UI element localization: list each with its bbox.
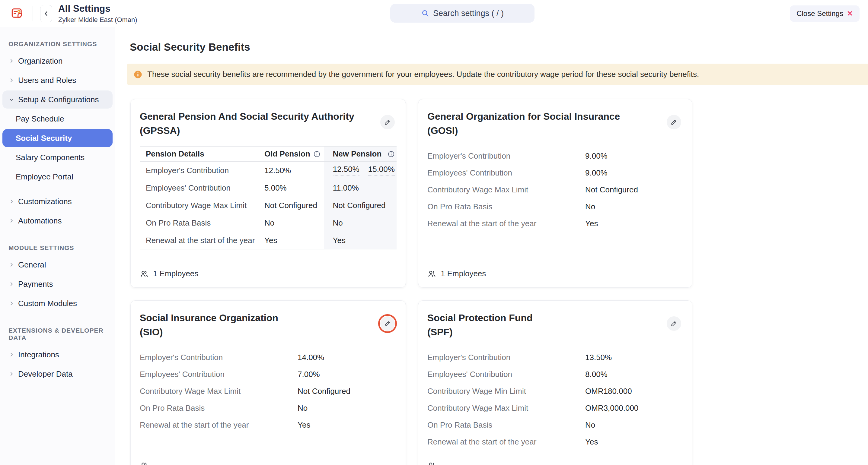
detail-row: Renewal at the start of the yearYes (140, 417, 397, 433)
card-spf-title: Social Protection Fund (SPF) (427, 311, 657, 339)
sio-employees-count[interactable] (140, 458, 397, 465)
employer-old-rate-value[interactable]: 12.50% (333, 165, 360, 176)
pencil-icon (383, 118, 392, 126)
organization-name: Zylker Middle East (Oman) (58, 16, 137, 24)
sidebar-section-module-settings: MODULE SETTINGS (8, 244, 115, 252)
sidebar-item-organization[interactable]: Organization (2, 52, 113, 70)
page-title: Social Security Benefits (130, 41, 250, 53)
table-row: Employer's Contribution 12.50% 12.50% 15… (140, 162, 397, 179)
close-settings-button[interactable]: Close Settings ✕ (790, 5, 860, 22)
search-icon (421, 9, 430, 18)
detail-row: Renewal at the start of the yearYes (427, 215, 683, 232)
sidebar-item-employee-portal[interactable]: Employee Portal (2, 168, 113, 186)
table-row: On Pro Rata Basis No No (140, 214, 397, 232)
col-new-pension: New Pension (324, 146, 397, 161)
chevron-left-icon (43, 10, 50, 17)
sidebar-section-organization-settings: ORGANIZATION SETTINGS (8, 40, 115, 48)
app-header: All Settings Zylker Middle East (Oman) S… (0, 0, 868, 27)
value-separator (364, 165, 364, 175)
sidebar-item-general[interactable]: General (2, 256, 113, 274)
card-gpssa-title: General Pension And Social Security Auth… (140, 109, 369, 138)
close-settings-label: Close Settings (797, 9, 843, 18)
detail-row: Contributory Wage Max LimitNot Configure… (427, 181, 683, 198)
sidebar-item-setup-configurations[interactable]: Setup & Configurations (2, 91, 113, 108)
chevron-right-icon (8, 198, 14, 204)
edit-sio-button[interactable] (380, 316, 395, 331)
sio-details: Employer's Contribution14.00% Employees'… (140, 349, 397, 433)
header-title-block: All Settings Zylker Middle East (Oman) (58, 3, 137, 24)
gpssa-employees-count[interactable]: 1 Employees (140, 265, 397, 278)
detail-row: Employer's Contribution13.50% (427, 349, 683, 366)
edit-spf-button[interactable] (667, 316, 681, 331)
chevron-right-icon (8, 262, 14, 268)
card-sio-title: Social Insurance Organization (SIO) (140, 311, 369, 339)
detail-row: On Pro Rata BasisNo (427, 417, 683, 433)
pencil-icon (383, 320, 392, 328)
detail-row: Employees' Contribution7.00% (140, 366, 397, 383)
gosi-employees-count[interactable]: 1 Employees (427, 265, 683, 278)
card-sio: Social Insurance Organization (SIO) Empl… (130, 300, 406, 465)
info-banner: These social security benefits are recom… (127, 64, 868, 85)
chevron-right-icon (8, 58, 14, 64)
detail-row: Employer's Contribution9.00% (427, 147, 683, 164)
chevron-right-icon (8, 77, 14, 83)
chevron-right-icon (8, 300, 14, 306)
detail-row: Renewal at the start of the yearYes (427, 433, 683, 450)
table-row: Renewal at the start of the year Yes Yes (140, 232, 397, 249)
pension-table: Pension Details Old Pension New Pension … (140, 146, 397, 250)
spf-employees-count[interactable] (427, 458, 683, 465)
app-logo[interactable] (11, 7, 24, 20)
detail-row: Contributory Wage Max LimitOMR3,000.000 (427, 400, 683, 417)
search-settings-input[interactable]: Search settings ( / ) (390, 4, 534, 23)
edit-gpssa-button[interactable] (380, 115, 395, 129)
card-gosi-title: General Organization for Social Insuranc… (427, 109, 657, 138)
sidebar-item-customizations[interactable]: Customizations (2, 192, 113, 210)
close-icon: ✕ (847, 10, 853, 17)
detail-row: On Pro Rata BasisNo (427, 198, 683, 215)
col-pension-details: Pension Details (140, 149, 265, 159)
new-pension-split-cell: 12.50% 15.00% (324, 162, 397, 179)
pencil-icon (670, 320, 678, 328)
gosi-details: Employer's Contribution9.00% Employees' … (427, 147, 683, 232)
detail-row: Employer's Contribution14.00% (140, 349, 397, 366)
chevron-right-icon (8, 281, 14, 287)
detail-row: On Pro Rata BasisNo (140, 400, 397, 417)
info-circle-icon[interactable] (388, 151, 395, 158)
search-placeholder: Search settings ( / ) (433, 9, 504, 18)
info-circle-icon[interactable] (313, 151, 320, 158)
sidebar-item-pay-schedule[interactable]: Pay Schedule (2, 110, 113, 128)
card-gpssa: General Pension And Social Security Auth… (130, 99, 406, 288)
pencil-icon (670, 118, 678, 126)
detail-row: Contributory Wage Max LimitNot Configure… (140, 383, 397, 400)
card-gosi: General Organization for Social Insuranc… (418, 99, 692, 288)
back-button[interactable] (40, 5, 52, 22)
main-content: Social Security Benefits These social se… (115, 27, 868, 465)
users-icon (140, 461, 149, 465)
users-icon (427, 461, 436, 465)
spf-details: Employer's Contribution13.50% Employees'… (427, 349, 683, 450)
payroll-app-logo-icon (11, 7, 24, 20)
card-spf: Social Protection Fund (SPF) Employer's … (418, 300, 692, 465)
sidebar-section-extensions-developer-data: EXTENSIONS & DEVELOPER DATA (8, 327, 115, 341)
chevron-right-icon (8, 352, 14, 358)
sidebar-item-social-security[interactable]: Social Security (2, 129, 113, 147)
sidebar-item-automations[interactable]: Automations (2, 212, 113, 230)
settings-sidebar: ORGANIZATION SETTINGS Organization Users… (0, 27, 115, 465)
chevron-right-icon (8, 371, 14, 377)
sidebar-item-payments[interactable]: Payments (2, 275, 113, 293)
users-icon (140, 269, 149, 278)
sidebar-item-users-and-roles[interactable]: Users and Roles (2, 71, 113, 89)
col-old-pension: Old Pension (265, 149, 324, 159)
edit-gosi-button[interactable] (667, 115, 681, 129)
employer-new-rate-value[interactable]: 15.00% (368, 165, 395, 176)
detail-row: Employees' Contribution9.00% (427, 164, 683, 181)
page-header-title: All Settings (58, 3, 137, 14)
sidebar-item-custom-modules[interactable]: Custom Modules (2, 294, 113, 312)
sidebar-item-salary-components[interactable]: Salary Components (2, 148, 113, 166)
sidebar-item-integrations[interactable]: Integrations (2, 345, 113, 364)
users-icon (427, 269, 436, 278)
chevron-down-icon (8, 97, 14, 103)
sidebar-item-developer-data[interactable]: Developer Data (2, 365, 113, 383)
detail-row: Employees' Contribution8.00% (427, 366, 683, 383)
table-row: Contributory Wage Max Limit Not Configur… (140, 197, 397, 214)
